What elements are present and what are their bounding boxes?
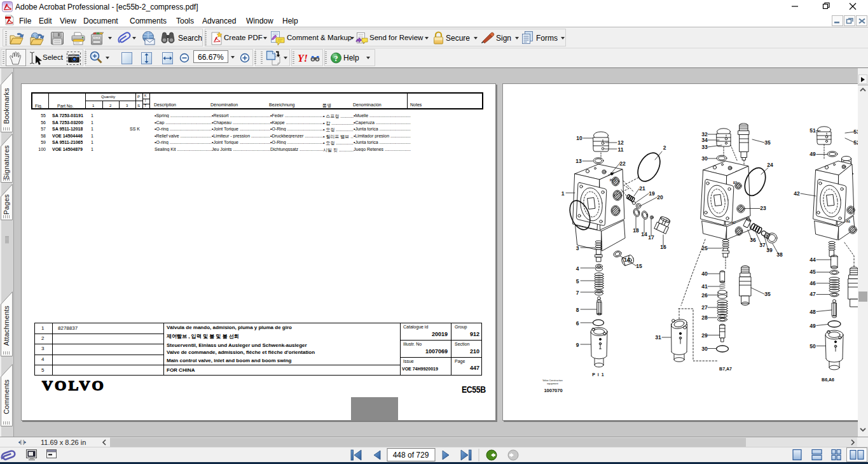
svg-text:22: 22 (619, 160, 626, 167)
svg-text:8: 8 (576, 307, 579, 313)
svg-text:42: 42 (794, 190, 800, 197)
svg-text:15: 15 (636, 263, 642, 269)
svg-text:50: 50 (809, 343, 816, 349)
svg-text:5: 5 (576, 278, 579, 285)
svg-text:B7,A7: B7,A7 (719, 367, 732, 372)
svg-text:13: 13 (575, 158, 582, 164)
svg-text:26: 26 (701, 292, 708, 299)
svg-text:4: 4 (576, 265, 579, 272)
svg-text:35: 35 (764, 139, 771, 146)
svg-text:?: ? (334, 53, 338, 63)
svg-text:51: 51 (809, 127, 816, 134)
svg-text:47: 47 (809, 291, 816, 297)
svg-text:14: 14 (624, 257, 630, 263)
svg-text:46: 46 (809, 280, 816, 286)
svg-text:33: 33 (701, 144, 708, 150)
svg-text:P i 1: P i 1 (610, 179, 616, 182)
svg-text:24: 24 (767, 162, 773, 168)
svg-text:A7: A7 (732, 221, 736, 225)
svg-text:29: 29 (701, 332, 708, 339)
svg-text:P i 1: P i 1 (592, 372, 604, 377)
svg-text:VOLVO: VOLVO (42, 379, 106, 393)
svg-text:7: 7 (576, 290, 579, 296)
svg-text:40: 40 (701, 271, 708, 277)
svg-text:31: 31 (655, 334, 661, 341)
svg-text:1007070: 1007070 (544, 388, 562, 393)
svg-text:23: 23 (760, 205, 766, 211)
svg-text:6: 6 (576, 320, 579, 327)
svg-text:49: 49 (809, 151, 816, 157)
svg-text:20: 20 (657, 194, 663, 200)
svg-text:28: 28 (701, 314, 708, 321)
svg-text:1: 1 (561, 190, 565, 197)
svg-text:41: 41 (701, 283, 708, 290)
svg-text:44: 44 (809, 257, 816, 263)
svg-text:30: 30 (701, 155, 708, 162)
svg-text:9: 9 (576, 342, 579, 348)
svg-text:2: 2 (663, 144, 666, 151)
svg-text:48: 48 (809, 309, 816, 315)
svg-text:A6: A6 (846, 220, 850, 223)
svg-text:35: 35 (764, 291, 771, 297)
svg-text:Volvo Construction: Volvo Construction (542, 379, 563, 382)
svg-text:11: 11 (618, 146, 624, 153)
svg-text:34: 34 (701, 137, 708, 143)
svg-text:30: 30 (701, 346, 708, 352)
svg-text:25: 25 (701, 245, 708, 251)
svg-text:3: 3 (576, 245, 579, 251)
svg-text:Y!: Y! (298, 53, 308, 64)
svg-text:equipment: equipment (547, 383, 559, 385)
svg-text:27: 27 (701, 304, 708, 311)
svg-text:B6,A6: B6,A6 (822, 377, 834, 383)
svg-text:21: 21 (639, 185, 645, 192)
svg-text:12: 12 (617, 139, 624, 146)
svg-text:49: 49 (809, 323, 816, 329)
svg-text:10: 10 (576, 135, 582, 141)
svg-text:448 of 729: 448 of 729 (393, 451, 429, 460)
svg-text:45: 45 (809, 269, 816, 275)
svg-text:19: 19 (649, 190, 655, 197)
